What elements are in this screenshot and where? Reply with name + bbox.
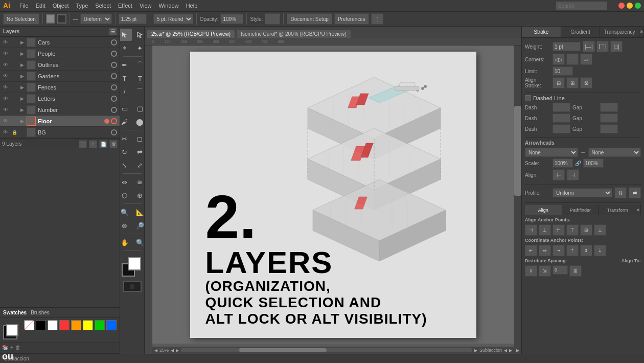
dist-horiz-btn[interactable]: ⇲ [539, 265, 551, 277]
limit-input[interactable] [553, 66, 573, 76]
coord-right-btn[interactable]: ⇥ [553, 245, 565, 256]
canvas-background[interactable]: 2. LAYERS (ORGANIZATION,QUICK SELECTION … [152, 46, 514, 344]
create-sublayer-btn[interactable]: + [89, 140, 97, 148]
layer-lock-letters[interactable] [10, 95, 18, 103]
doc-tab-2[interactable]: Isometric Curol* @ 200% (RGB/GPU Preview… [236, 30, 351, 38]
scale-start-input[interactable] [553, 158, 573, 168]
zoom-out-tool[interactable]: 🔍 [133, 236, 145, 248]
scale-link-icon[interactable]: 🔗 [575, 161, 581, 166]
layer-item-floor[interactable]: 👁 ▶ Floor [0, 116, 120, 127]
gap1-input[interactable] [600, 103, 618, 112]
background-color[interactable] [128, 257, 141, 270]
layer-lock-cars[interactable] [10, 38, 18, 47]
layer-item-cars[interactable]: 👁 ▶ Cars [0, 37, 120, 48]
measure-tool[interactable]: 📐 [133, 206, 145, 218]
corner-round-btn[interactable]: ⌒ [566, 54, 579, 65]
scroll-right-arrow[interactable]: ▶ [474, 348, 477, 353]
layer-lock-outlines[interactable] [10, 61, 18, 69]
swatch-white[interactable] [48, 320, 58, 330]
align-center-btn[interactable]: ⊟ [553, 77, 565, 88]
dash2-input[interactable] [553, 114, 570, 123]
swatch-red[interactable] [59, 320, 70, 330]
profile-select[interactable]: Uniform [553, 188, 612, 197]
preferences-btn[interactable]: Preferences [334, 13, 369, 25]
align-bottom-anchor-btn[interactable]: ⊥ [594, 224, 606, 236]
align-inside-btn[interactable]: ⊞ [566, 77, 579, 88]
scroll-end-arrow[interactable]: ▶ [516, 348, 519, 353]
gap3-input[interactable] [600, 124, 618, 133]
menu-object[interactable]: Object [53, 3, 69, 9]
scale-tool[interactable]: ⤡ [120, 159, 132, 171]
arc-tool[interactable]: ⌒ [133, 85, 145, 98]
maximize-button[interactable] [635, 3, 641, 9]
doc-settings-btn[interactable]: Document Setup [287, 13, 332, 25]
layer-expand-gardens[interactable]: ▶ [18, 73, 26, 80]
panel-close-icon[interactable]: ✕ [639, 27, 644, 37]
stroke-color[interactable] [57, 14, 66, 24]
layer-item-letters[interactable]: 👁 ▶ Letters [0, 93, 120, 104]
layer-item-bg[interactable]: 👁 🔒 BG [0, 127, 120, 138]
coord-bottom-btn[interactable]: ⇣ [594, 245, 606, 256]
layer-visibility-bg[interactable]: 👁 [1, 128, 10, 137]
layer-visibility-cars[interactable]: 👁 [1, 38, 10, 47]
scissors-tool[interactable]: ✂ [120, 132, 132, 145]
layer-lock-people[interactable] [10, 50, 18, 58]
layer-target-number[interactable] [111, 107, 117, 113]
width-tool[interactable]: ⇔ [120, 176, 132, 188]
type-tool[interactable]: T [120, 72, 132, 84]
align-panel-close[interactable]: ✕ [636, 205, 641, 215]
line-tool[interactable]: / [120, 85, 132, 98]
coord-top-btn[interactable]: ⇡ [566, 245, 579, 256]
stroke-width-input[interactable] [119, 14, 147, 24]
scroll-nav-left[interactable]: ◀ [171, 348, 174, 353]
eraser-tool[interactable]: ◻ [133, 132, 145, 145]
layer-target-gardens[interactable] [111, 73, 117, 79]
bg-color-swatch[interactable] [6, 324, 18, 336]
swatch-library-icon[interactable]: 📚 [2, 345, 8, 350]
layer-target-outlines[interactable] [111, 62, 117, 68]
arrowhead-end-select[interactable]: None [588, 148, 641, 157]
lasso-tool[interactable]: ⌖ [120, 42, 132, 54]
menu-help[interactable]: Help [186, 3, 198, 9]
cap-round-btn[interactable]: |⌒| [596, 41, 609, 52]
menu-effect[interactable]: Effect [118, 3, 132, 9]
tab-transform[interactable]: Transform [599, 205, 636, 215]
gap2-input[interactable] [600, 114, 618, 123]
scrollbar-thumb-h[interactable] [239, 348, 327, 352]
paintbrush-tool[interactable]: 🖌 [120, 116, 132, 128]
align-arrows-1-btn[interactable]: ⊢ [553, 169, 565, 180]
align-center-anchor-btn[interactable]: ⊥ [539, 224, 551, 236]
zoom-select[interactable]: 25% [159, 348, 169, 353]
layer-expand-floor[interactable]: ▶ [18, 118, 26, 125]
close-button[interactable] [618, 3, 625, 9]
canvas-wrapper[interactable]: 0 100 200 300 400 500 600 700 800 [145, 38, 521, 354]
layer-visibility-fences[interactable]: 👁 [1, 83, 10, 92]
tab-align[interactable]: Align [525, 205, 562, 215]
coord-vcenter-btn[interactable]: ⇕ [580, 245, 592, 256]
align-right-anchor-btn[interactable]: ⊢ [553, 224, 565, 236]
reflect-tool[interactable]: ⇌ [133, 146, 145, 158]
rectangle-tool[interactable]: ▭ [120, 102, 132, 115]
layer-visibility-letters[interactable]: 👁 [1, 94, 10, 103]
style-selector[interactable] [265, 13, 280, 25]
hand-tool[interactable]: ✋ [120, 236, 132, 248]
swatch-yellow[interactable] [83, 320, 93, 330]
rounded-rect-tool[interactable]: ▢ [133, 102, 145, 115]
layer-lock-gardens[interactable] [10, 72, 18, 80]
menu-edit[interactable]: Edit [36, 3, 45, 9]
layer-target-people[interactable] [111, 51, 117, 57]
warp-tool[interactable]: ≋ [133, 176, 145, 188]
fill-color[interactable] [46, 14, 55, 24]
make-clip-mask-btn[interactable]: ⬚ [79, 140, 87, 148]
tab-pathfinder[interactable]: Pathfinder [562, 205, 600, 215]
swatches-tab[interactable]: Swatches [3, 310, 27, 315]
direct-selection-tool[interactable] [133, 29, 145, 41]
blend-tool[interactable]: ⊗ [120, 219, 132, 232]
swatch-new-icon[interactable]: + [10, 345, 13, 350]
scale-end-input[interactable] [583, 158, 604, 168]
blob-brush-tool[interactable]: ⬤ [133, 116, 145, 128]
rotate-tool[interactable]: ↻ [120, 146, 132, 158]
search-input[interactable] [556, 2, 607, 10]
layer-item-number[interactable]: 👁 ▶ Number [0, 104, 120, 116]
weight-input[interactable] [553, 42, 581, 51]
